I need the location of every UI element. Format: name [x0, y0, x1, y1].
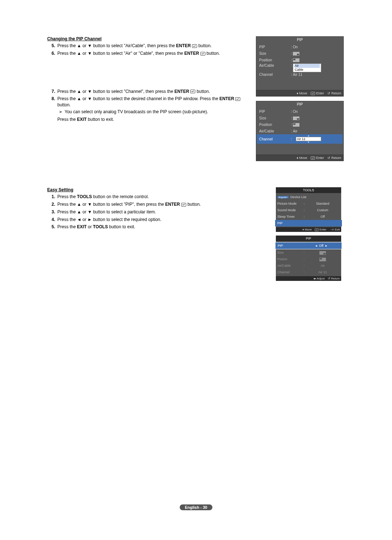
osd-footer: ♦ Move Enter ↺ Return [256, 155, 343, 161]
enter-label: ENTER [165, 202, 180, 207]
section-title-pip-channel: Changing the PIP Channel [47, 36, 249, 41]
dropdown-option-air[interactable]: Air [294, 64, 320, 68]
pip-row-aircable[interactable]: Air/Cable:Air [277, 262, 340, 269]
size-icon [293, 116, 299, 120]
return-icon: ↺ [328, 277, 330, 280]
osd-value [306, 257, 340, 261]
enter-icon [311, 156, 315, 160]
step-num: 5. [47, 224, 55, 230]
step-text: Press the ▲ or ▼ button to select "Air/C… [57, 43, 176, 48]
osd-row-aircable[interactable]: Air/Cable:Air [259, 128, 340, 134]
osd-label: PIP [259, 45, 290, 49]
step-text: Press the ▲ or ▼ button to select the de… [57, 96, 219, 101]
enter-icon [190, 90, 195, 93]
left-arrow-icon[interactable]: ◄ [315, 244, 318, 248]
easy-step-2: 2. Press the ▲ or ▼ button to select "PI… [57, 201, 249, 208]
exit-text-a: Press the [57, 117, 77, 122]
right-arrow-icon[interactable]: ► [325, 244, 328, 248]
step-text: Press the ▲ or ▼ button to select a part… [57, 209, 156, 214]
osd-label: Channel [277, 270, 303, 274]
osd-hint-return: ↺ Return [327, 91, 341, 95]
enter-label: ENTER [184, 51, 199, 56]
easy-step-1: 1. Press the TOOLS button on the remote … [57, 194, 249, 200]
osd-panel-tools: TOOLS Anynet+ Device List Picture Mode:S… [276, 187, 341, 232]
osd-title: PIP [276, 236, 341, 241]
osd-label: Posion [277, 257, 303, 261]
enter-label: ENTER [219, 96, 234, 101]
osd-row-size[interactable]: Size: [259, 50, 340, 57]
updown-icon: ♦ [297, 156, 298, 160]
svg-rect-1 [200, 52, 205, 55]
osd-hint-enter: Enter [315, 228, 326, 231]
enter-icon [181, 203, 186, 206]
step-6: 6. Press the ▲ or ▼ button to select "Ai… [57, 50, 249, 57]
osd-label: Sleep Timer [277, 215, 303, 218]
note-text: You can select only analog TV broadcasts… [65, 109, 208, 115]
exit-label: EXIT [77, 224, 87, 229]
pip-row-size[interactable]: Size: [277, 249, 340, 256]
osd-label: Sound Mode [277, 208, 303, 212]
osd-value: Air [293, 129, 340, 133]
step-text-tail: button. [197, 43, 212, 48]
size-icon [319, 251, 326, 255]
tools-pip[interactable]: PIP [275, 220, 342, 226]
osd-value [293, 122, 340, 126]
osd-value[interactable]: ◄ Off ► [303, 244, 339, 248]
position-icon [293, 58, 299, 62]
exit-line: Press the EXIT button to exit. [57, 116, 249, 123]
aircable-dropdown[interactable]: Air Cable [293, 64, 321, 72]
osd-value [306, 251, 340, 255]
tools-sound-mode[interactable]: Sound Mode:Custom [277, 207, 340, 213]
osd-hint-return: ↺ Return [327, 156, 341, 160]
osd-row-size[interactable]: Size: [259, 115, 340, 121]
osd-label: PIP [259, 110, 290, 114]
osd-label: Air/Cable [259, 64, 290, 68]
osd-value: Standard [306, 202, 340, 205]
step-text-tail: button to exit. [108, 224, 135, 229]
step-text: Press the [57, 194, 77, 199]
position-icon [293, 123, 299, 127]
osd-label: Air/Cable [259, 129, 290, 133]
return-icon: ↺ [327, 91, 330, 95]
step-text-mid: or [87, 224, 93, 229]
step-text-tail: button. [57, 102, 71, 107]
pip-row-position[interactable]: Posion: [277, 256, 340, 262]
pip-row-channel[interactable]: Channel:Air 11 [277, 269, 340, 275]
step-num: 4. [47, 217, 55, 223]
step-text-tail: button. [186, 202, 201, 207]
position-icon [319, 258, 326, 261]
step-num: 3. [47, 209, 55, 215]
exit-label: EXIT [77, 117, 87, 122]
step-text: Press the [57, 224, 77, 229]
osd-row-position[interactable]: Position: [259, 121, 340, 128]
step-num: 5. [47, 43, 55, 49]
pip-row-pip[interactable]: PIP ◄ Off ► [275, 242, 342, 249]
osd-row-pip[interactable]: PIP:On [259, 108, 340, 115]
tools-sleep-timer[interactable]: Sleep Timer:Off [277, 213, 340, 220]
step-num: 1. [47, 194, 55, 200]
tools-device-list[interactable]: Anynet+ Device List [277, 194, 340, 200]
svg-rect-2 [191, 90, 195, 93]
exit-icon: →⎚ [329, 228, 334, 231]
osd-row-position[interactable]: Position: [259, 57, 340, 63]
osd-value: On [293, 45, 340, 49]
step-5: 5. Press the ▲ or ▼ button to select "Ai… [57, 43, 249, 49]
osd-label: Size [259, 116, 290, 120]
channel-spinner[interactable]: ▲ ▼ [296, 135, 321, 143]
step-text-tail: button on the remote control. [92, 194, 149, 199]
step-num: 6. [47, 50, 55, 57]
enter-icon [192, 44, 197, 48]
tools-label: TOOLS [93, 224, 108, 229]
osd-value: On [293, 110, 340, 114]
size-icon [293, 52, 299, 56]
easy-step-3: 3. Press the ▲ or ▼ button to select a p… [57, 209, 249, 215]
osd-label: Position [259, 123, 290, 127]
spinner-down-icon[interactable]: ▼ [307, 141, 310, 143]
enter-icon [235, 97, 240, 101]
step-note: ➢ You can select only analog TV broadcas… [57, 109, 249, 115]
osd-label: Picture Mode [277, 202, 303, 205]
osd-row-pip[interactable]: PIP:On [259, 44, 340, 50]
osd-row-channel[interactable]: Channel: ▲ ▼ [257, 134, 343, 144]
tools-picture-mode[interactable]: Picture Mode:Standard [277, 200, 340, 207]
dropdown-option-cable[interactable]: Cable [294, 68, 320, 72]
